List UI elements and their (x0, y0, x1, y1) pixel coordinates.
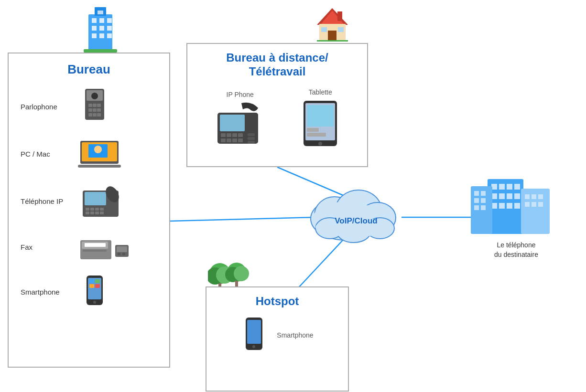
svg-rect-73 (238, 133, 243, 137)
svg-rect-38 (90, 208, 94, 211)
svg-rect-126 (532, 194, 536, 199)
svg-rect-67 (317, 40, 348, 42)
svg-rect-99 (247, 320, 261, 344)
svg-rect-62 (337, 11, 342, 21)
svg-rect-21 (93, 104, 97, 107)
parlophone-label: Parlophone (21, 103, 71, 111)
svg-rect-123 (514, 203, 520, 209)
svg-rect-57 (95, 279, 100, 283)
svg-rect-75 (227, 138, 231, 142)
svg-point-51 (118, 253, 120, 255)
svg-rect-130 (538, 202, 543, 207)
svg-rect-127 (538, 194, 543, 199)
svg-rect-26 (88, 113, 92, 117)
svg-rect-33 (78, 165, 121, 168)
svg-rect-117 (499, 193, 505, 199)
svg-rect-43 (95, 212, 99, 214)
svg-rect-64 (328, 31, 336, 41)
svg-rect-27 (93, 113, 97, 117)
hotspot-box: Hotspot Smartphone (206, 286, 349, 392)
svg-rect-50 (117, 246, 127, 252)
svg-rect-135 (481, 198, 486, 203)
svg-rect-136 (474, 205, 479, 210)
svg-rect-129 (532, 202, 536, 207)
svg-rect-47 (83, 250, 107, 252)
svg-rect-56 (89, 279, 94, 283)
svg-rect-23 (88, 108, 92, 112)
svg-rect-113 (499, 184, 505, 190)
svg-rect-125 (525, 194, 530, 199)
bureau-item-fax: Fax (9, 226, 169, 268)
svg-rect-134 (474, 198, 479, 203)
svg-rect-84 (307, 105, 334, 127)
svg-rect-42 (90, 212, 94, 214)
svg-rect-115 (514, 184, 520, 190)
svg-rect-114 (507, 184, 512, 190)
svg-point-100 (252, 345, 255, 348)
svg-rect-66 (338, 27, 344, 32)
bureau-item-pc: PC / Mac (9, 131, 169, 176)
ip-phone-icon (215, 101, 265, 155)
svg-rect-44 (100, 212, 104, 214)
svg-rect-59 (95, 284, 100, 288)
svg-rect-14 (84, 49, 117, 53)
svg-point-55 (93, 301, 96, 304)
parlophone-icon (78, 86, 111, 127)
hotspot-item: Smartphone (206, 315, 348, 355)
svg-rect-74 (221, 138, 226, 142)
svg-point-93 (234, 266, 249, 281)
bureau-box: Bureau Parlophone PC / Mac (8, 53, 170, 368)
svg-rect-69 (220, 115, 245, 131)
svg-rect-5 (92, 18, 97, 23)
svg-rect-85 (307, 128, 319, 132)
svg-rect-58 (89, 284, 94, 288)
svg-rect-6 (99, 18, 104, 23)
svg-rect-118 (507, 193, 512, 199)
svg-rect-119 (514, 193, 520, 199)
svg-rect-41 (86, 212, 89, 214)
svg-rect-128 (525, 202, 530, 207)
pc-icon (78, 136, 126, 171)
svg-rect-9 (99, 26, 104, 31)
svg-rect-24 (93, 108, 97, 112)
bureau-title: Bureau (9, 62, 169, 77)
smartphone-icon (78, 273, 111, 311)
remote-item-tablet: Tablette (301, 88, 339, 155)
svg-rect-20 (88, 104, 92, 107)
hotspot-smartphone-icon (241, 315, 267, 355)
svg-text:VoIP/Cloud: VoIP/Cloud (335, 216, 377, 225)
svg-point-19 (91, 93, 98, 99)
voip-cloud: VoIP/Cloud (306, 185, 406, 247)
svg-point-32 (94, 146, 102, 153)
svg-rect-35 (85, 192, 106, 205)
svg-rect-39 (95, 208, 99, 211)
svg-point-83 (318, 142, 322, 146)
svg-rect-11 (92, 33, 97, 38)
svg-rect-86 (307, 133, 326, 137)
svg-rect-13 (107, 33, 112, 38)
svg-rect-25 (97, 108, 101, 112)
svg-rect-22 (97, 104, 101, 107)
house-icon (315, 6, 350, 43)
svg-rect-65 (321, 27, 327, 32)
svg-rect-16 (98, 11, 103, 14)
remote-box: Bureau à distance/ Télétravail IP Phone (186, 43, 368, 167)
svg-rect-137 (481, 205, 486, 210)
svg-rect-78 (248, 133, 255, 136)
smartphone-label: Smartphone (21, 288, 71, 296)
bureau-item-phone-ip: Téléphone IP (9, 176, 169, 226)
svg-rect-10 (107, 26, 112, 31)
svg-rect-28 (97, 113, 101, 117)
svg-rect-8 (92, 26, 97, 31)
svg-rect-132 (474, 191, 479, 196)
fax-label: Fax (21, 243, 71, 251)
hotspot-title: Hotspot (206, 295, 348, 308)
svg-rect-76 (232, 138, 237, 142)
svg-line-0 (170, 217, 315, 221)
svg-rect-133 (481, 191, 486, 196)
svg-rect-80 (248, 141, 255, 144)
svg-rect-71 (227, 133, 231, 137)
remote-title: Bureau à distance/ Télétravail (187, 51, 367, 79)
svg-rect-77 (238, 138, 243, 142)
svg-rect-122 (507, 203, 512, 209)
